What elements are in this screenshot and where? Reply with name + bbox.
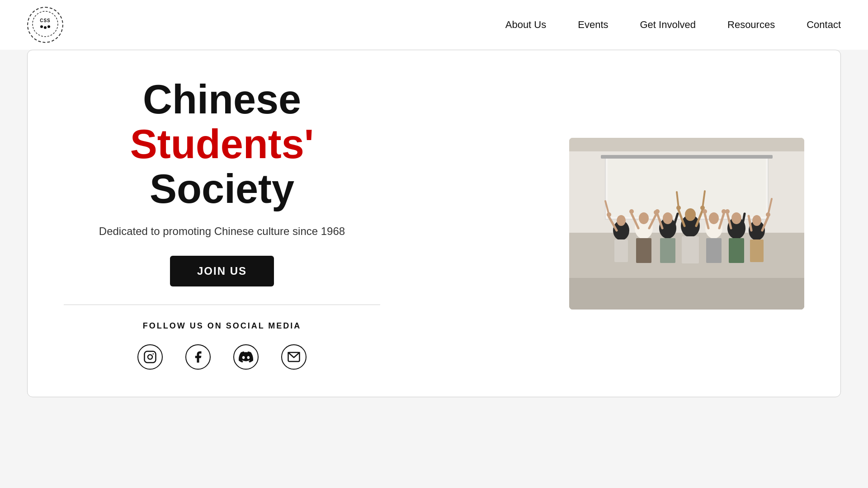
main-card: Chinese Students' Society Dedicated to p… — [27, 50, 841, 397]
hero-title-society: Society — [150, 166, 294, 211]
svg-point-16 — [617, 215, 626, 226]
hero-right — [380, 138, 804, 310]
svg-point-57 — [703, 209, 707, 214]
nav-link-get-involved[interactable]: Get Involved — [640, 19, 696, 30]
svg-point-21 — [639, 212, 649, 224]
nav-item-get-involved[interactable]: Get Involved — [640, 19, 696, 31]
svg-point-0 — [33, 11, 58, 37]
svg-line-18 — [623, 230, 626, 237]
svg-point-31 — [685, 208, 696, 221]
hero-title-chinese: Chinese — [143, 77, 301, 122]
svg-point-2 — [40, 25, 43, 28]
nav-link-contact[interactable]: Contact — [807, 19, 841, 30]
svg-rect-39 — [706, 238, 722, 263]
hero-subtitle: Dedicated to promoting Chinese culture s… — [99, 225, 345, 238]
join-us-button[interactable]: JOIN US — [170, 256, 274, 286]
discord-icon — [239, 350, 253, 364]
facebook-button[interactable] — [185, 344, 211, 370]
email-button[interactable] — [281, 344, 307, 370]
svg-point-41 — [731, 212, 741, 224]
discord-button[interactable] — [233, 344, 259, 370]
nav-link-resources[interactable]: Resources — [727, 19, 775, 30]
svg-rect-19 — [614, 239, 628, 262]
svg-rect-14 — [601, 155, 773, 159]
svg-point-6 — [148, 355, 152, 359]
svg-rect-44 — [729, 238, 744, 263]
svg-point-26 — [663, 212, 673, 224]
hero-photo-svg — [569, 138, 804, 310]
svg-rect-49 — [750, 239, 764, 262]
svg-rect-34 — [682, 236, 699, 263]
hero-left: Chinese Students' Society Dedicated to p… — [64, 77, 380, 370]
svg-point-3 — [44, 26, 47, 29]
nav-link-events[interactable]: Events — [578, 19, 608, 30]
divider — [64, 305, 380, 305]
svg-point-4 — [47, 25, 50, 28]
svg-rect-29 — [660, 238, 675, 263]
nav-link-about[interactable]: About Us — [505, 19, 547, 30]
logo-wrapper[interactable]: CSS — [27, 7, 63, 43]
nav-links: About Us Events Get Involved Resources C… — [505, 19, 841, 31]
svg-rect-11 — [569, 138, 804, 151]
hero-image — [569, 138, 804, 310]
instagram-icon — [143, 350, 157, 364]
logo: CSS — [27, 7, 63, 43]
hero-title-students: Students' — [130, 122, 314, 167]
logo-text: CSS — [32, 10, 59, 39]
hero-title: Chinese Students' Society — [64, 77, 380, 211]
svg-rect-13 — [608, 158, 766, 217]
svg-rect-50 — [569, 278, 804, 310]
email-icon — [287, 350, 301, 364]
social-icons-row — [137, 344, 307, 370]
nav-item-resources[interactable]: Resources — [727, 19, 775, 31]
facebook-icon — [191, 350, 205, 364]
nav-item-events[interactable]: Events — [578, 19, 608, 31]
svg-point-36 — [709, 212, 719, 224]
svg-rect-5 — [145, 352, 156, 363]
svg-point-7 — [153, 353, 154, 355]
social-label: FOLLOW US ON SOCIAL MEDIA — [143, 321, 302, 331]
svg-point-52 — [629, 209, 634, 214]
svg-point-59 — [725, 209, 730, 214]
instagram-button[interactable] — [137, 344, 163, 370]
svg-text:CSS: CSS — [40, 18, 51, 23]
navbar: CSS About Us Events Get Involved Resourc… — [0, 0, 868, 50]
nav-item-about[interactable]: About Us — [505, 19, 547, 31]
svg-point-46 — [752, 215, 761, 226]
svg-point-54 — [655, 209, 660, 214]
nav-item-contact[interactable]: Contact — [807, 19, 841, 31]
svg-rect-24 — [636, 238, 651, 263]
